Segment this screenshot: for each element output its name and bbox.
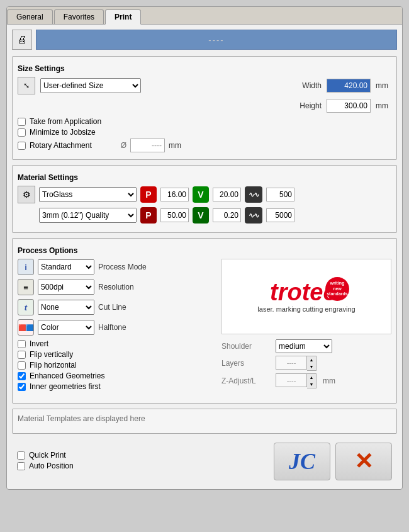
size-row-height: Height mm [18, 97, 391, 115]
layers-input[interactable] [276, 356, 307, 370]
flip-h-label: Flip horizontal [30, 361, 77, 370]
material-select[interactable]: TroGlass [39, 187, 137, 202]
minimize-label: Minimize to Jobsize [30, 128, 96, 137]
speed-value-1[interactable] [213, 188, 241, 201]
rotary-label: Rotary Attachment [30, 141, 92, 150]
speed-value-2[interactable] [213, 208, 241, 222]
diameter-input[interactable] [130, 139, 165, 152]
bottom-checks: Quick Print Auto Position [17, 451, 269, 472]
trotec-logo: trotec® writingnewstandards laser. marki… [257, 280, 355, 313]
layers-down[interactable]: ▼ [307, 363, 316, 370]
auto-position-label: Auto Position [29, 461, 74, 470]
rotary-checkbox[interactable] [18, 142, 26, 150]
quick-print-label: Quick Print [29, 451, 66, 460]
halftone-label: Halftone [98, 323, 126, 332]
cutline-select[interactable]: None [38, 300, 94, 315]
templates-label: Material Templates are displayed here [18, 414, 145, 423]
shoulder-select[interactable]: medium [276, 339, 332, 353]
power-value-2[interactable] [160, 208, 189, 222]
enhanced-geo-label: Enhanced Geometries [30, 371, 104, 380]
halftone-icon-glyph: 🟥🟦 [18, 324, 33, 331]
cutline-icon: t [18, 299, 34, 315]
job-icon[interactable]: 🖨 [12, 30, 32, 50]
enhanced-geo-row: Enhanced Geometries [18, 371, 215, 380]
material-settings-section: Material Settings ⚙ TroGlass P V ∿∿ [12, 165, 397, 233]
resolution-select[interactable]: 500dpi [38, 280, 94, 295]
mode-icon-glyph: i [25, 263, 27, 272]
resolution-row: ≡ 500dpi Resolution [18, 279, 215, 295]
height-mm: mm [376, 101, 391, 110]
zadjust-down[interactable]: ▼ [307, 381, 316, 388]
shoulder-label: Shoulder [221, 342, 272, 351]
tab-favorites[interactable]: Favorites [54, 9, 104, 24]
width-input[interactable] [327, 79, 371, 93]
zadjust-input[interactable] [276, 373, 307, 387]
quick-print-row: Quick Print [17, 451, 269, 460]
trotec-logo-wrap: trotec® writingnewstandards [270, 280, 343, 304]
preview-box: trotec® writingnewstandards laser. marki… [221, 259, 391, 334]
zadjust-row: Z-Adjust/L ▲ ▼ mm [221, 373, 391, 388]
tab-print[interactable]: Print [105, 9, 141, 25]
quality-select[interactable]: 3mm (0.12") Quality [39, 208, 137, 223]
zadjust-label: Z-Adjust/L [221, 376, 272, 385]
resolution-label: Resolution [98, 283, 134, 291]
job-name-bar: 🖨 [12, 30, 397, 50]
size-settings-section: Size Settings ⤡ User-defined Size Width … [12, 56, 397, 160]
process-options-header: Process Options [18, 246, 391, 255]
minimize-checkbox[interactable] [18, 128, 26, 137]
zadjust-up[interactable]: ▲ [307, 374, 316, 381]
ok-button[interactable]: JC [274, 443, 330, 480]
cutline-row: t None Cut Line [18, 299, 215, 315]
inner-geo-label: Inner geometries first [30, 382, 101, 391]
halftone-icon: 🟥🟦 [18, 319, 34, 336]
layers-spinners: ▲ ▼ [307, 356, 317, 371]
power-badge-1: P [140, 186, 157, 203]
height-input[interactable] [327, 99, 371, 113]
process-mode-label: Process Mode [98, 263, 147, 271]
process-right: trotec® writingnewstandards laser. marki… [221, 259, 391, 393]
invert-checkbox[interactable] [18, 340, 26, 348]
resolution-icon-glyph: ≡ [23, 283, 28, 292]
layers-spin: ▲ ▼ [276, 356, 317, 371]
zadjust-spin: ▲ ▼ [276, 373, 317, 388]
process-checkboxes: Invert Flip vertically Flip horizontal [18, 339, 215, 391]
zadjust-spinners: ▲ ▼ [307, 373, 317, 388]
power-value-1[interactable] [160, 188, 189, 201]
rotary-row: Rotary Attachment Ø mm [18, 139, 391, 152]
freq-value-2[interactable] [266, 208, 294, 222]
size-select[interactable]: User-defined Size [40, 78, 141, 93]
take-from-app-checkbox[interactable] [18, 118, 26, 126]
freq-badge-1: ∿∿ [245, 186, 262, 203]
diameter-mm: mm [169, 141, 184, 150]
layers-up[interactable]: ▲ [307, 356, 316, 363]
zadjust-mm: mm [323, 376, 335, 385]
auto-position-checkbox[interactable] [17, 462, 25, 470]
process-mode-select[interactable]: Standard [38, 259, 94, 274]
height-label: Height [296, 101, 322, 110]
width-mm: mm [376, 81, 391, 90]
size-icon: ⤡ [18, 77, 35, 94]
process-mode-row: i Standard Process Mode [18, 259, 215, 275]
enhanced-geo-checkbox[interactable] [18, 372, 26, 380]
cutline-label: Cut Line [98, 303, 126, 312]
bottom-bar: Quick Print Auto Position JC ✕ [12, 439, 397, 484]
cancel-button[interactable]: ✕ [335, 443, 392, 480]
trotec-badge: writingnewstandards [325, 277, 349, 301]
process-options-section: Process Options i Standard Process Mode [12, 238, 397, 404]
inner-geo-checkbox[interactable] [18, 383, 26, 391]
quick-print-checkbox[interactable] [17, 451, 25, 460]
tab-general[interactable]: General [7, 9, 53, 24]
job-name-input[interactable] [36, 30, 397, 50]
flip-v-row: Flip vertically [18, 350, 215, 359]
flip-v-checkbox[interactable] [18, 351, 26, 359]
flip-h-row: Flip horizontal [18, 361, 215, 370]
speed-badge-2: V [193, 207, 209, 224]
diameter-symbol: Ø [121, 141, 126, 150]
freq-value-1[interactable] [266, 188, 294, 201]
minimize-row: Minimize to Jobsize [18, 128, 391, 137]
power-badge-2: P [140, 207, 157, 224]
invert-row: Invert [18, 339, 215, 348]
flip-h-checkbox[interactable] [18, 361, 26, 370]
cancel-icon: ✕ [354, 448, 373, 475]
halftone-select[interactable]: Color [38, 320, 94, 335]
